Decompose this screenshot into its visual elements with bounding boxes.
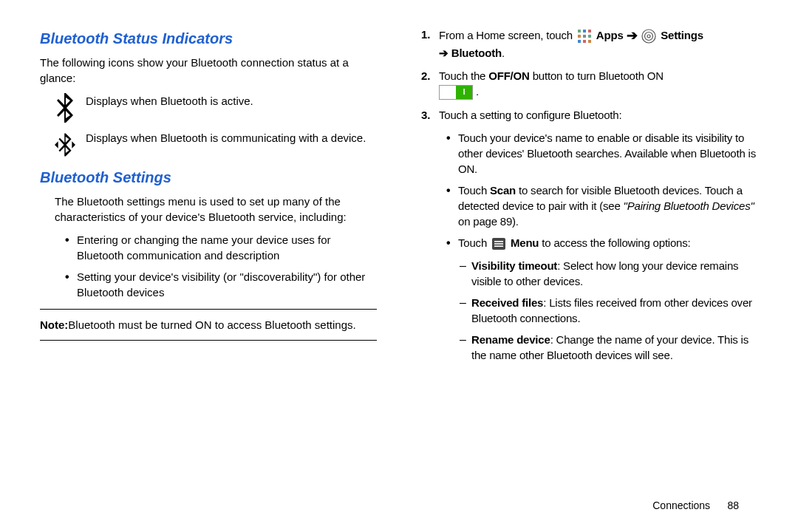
svg-point-13: [647, 35, 650, 38]
left-column: Bluetooth Status Indicators The followin…: [30, 22, 399, 517]
settings-gear-icon: [641, 29, 656, 44]
step-1-text: From a Home screen, touch Apps ➔ Setting…: [439, 27, 758, 61]
svg-rect-17: [494, 246, 503, 248]
heading-bt-status: Bluetooth Status Indicators: [40, 28, 377, 49]
bullet-2: • Setting your device's visibility (or "…: [65, 269, 377, 300]
page-footer: Connections 88: [652, 499, 739, 511]
step-1: 1. From a Home screen, touch Apps ➔ Sett…: [421, 27, 758, 61]
svg-rect-10: [588, 40, 591, 43]
sub-c: • Touch Menu to access the following opt…: [446, 235, 758, 251]
step-3-text: Touch a setting to configure Bluetooth:: [439, 107, 758, 123]
step-3-sublist: • Touch your device's name to enable or …: [446, 130, 758, 362]
step-3: 3. Touch a setting to configure Bluetoot…: [421, 107, 758, 123]
right-column: 1. From a Home screen, touch Apps ➔ Sett…: [399, 22, 768, 517]
menu-options: – Visibility timeout: Select how long yo…: [460, 258, 758, 363]
sub-b: • Touch Scan to search for visible Bluet…: [446, 183, 758, 229]
toggle-on-icon: I: [439, 85, 473, 100]
note-text: Bluetooth must be turned ON to access Bl…: [68, 317, 355, 332]
menu-bars-icon: [491, 236, 506, 251]
menu-opt-rename: – Rename device: Change the name of your…: [460, 332, 758, 363]
svg-rect-7: [588, 35, 591, 38]
menu-opt-visibility: – Visibility timeout: Select how long yo…: [460, 258, 758, 289]
manual-page: Bluetooth Status Indicators The followin…: [0, 0, 798, 532]
svg-rect-9: [583, 40, 586, 43]
svg-marker-0: [55, 141, 58, 148]
svg-rect-16: [494, 243, 503, 245]
apps-grid-icon: [577, 29, 592, 44]
intro-status: The following icons show your Bluetooth …: [40, 55, 377, 86]
bullet-2-text: Setting your device's visibility (or "di…: [77, 269, 377, 300]
bluetooth-communicating-icon: [55, 130, 75, 160]
svg-rect-4: [588, 30, 591, 33]
step-2: 2. Touch the OFF/ON button to turn Bluet…: [421, 68, 758, 100]
svg-rect-5: [578, 35, 581, 38]
svg-rect-3: [583, 30, 586, 33]
status-row-communicating: Displays when Bluetooth is communicating…: [55, 130, 377, 160]
step-2-text: Touch the OFF/ON button to turn Bluetoot…: [439, 68, 758, 100]
menu-opt-received: – Received files: Lists files received f…: [460, 295, 758, 326]
bluetooth-icon: [55, 93, 75, 123]
status-row-active: Displays when Bluetooth is active.: [55, 93, 377, 123]
heading-bt-settings: Bluetooth Settings: [40, 167, 377, 188]
note-box: Note: Bluetooth must be turned ON to acc…: [40, 309, 377, 341]
sub-c-text: Touch Menu to access the following optio…: [458, 235, 758, 251]
svg-rect-2: [578, 30, 581, 33]
sub-b-text: Touch Scan to search for visible Bluetoo…: [458, 183, 758, 229]
bullet-1: • Entering or changing the name your dev…: [65, 232, 377, 263]
sub-a: • Touch your device's name to enable or …: [446, 130, 758, 177]
status-active-text: Displays when Bluetooth is active.: [86, 93, 253, 109]
svg-rect-6: [583, 35, 586, 38]
svg-marker-1: [72, 141, 75, 148]
svg-point-11: [642, 30, 655, 43]
footer-page-number: 88: [727, 499, 739, 511]
bullet-1-text: Entering or changing the name your devic…: [77, 232, 377, 263]
settings-bullets: • Entering or changing the name your dev…: [55, 232, 377, 300]
svg-rect-15: [494, 241, 503, 242]
footer-section: Connections: [652, 499, 710, 511]
note-label: Note:: [40, 317, 68, 332]
status-comm-text: Displays when Bluetooth is communicating…: [86, 130, 366, 146]
sub-a-text: Touch your device's name to enable or di…: [458, 130, 758, 177]
svg-rect-8: [578, 40, 581, 43]
intro-settings: The Bluetooth settings menu is used to s…: [55, 194, 377, 225]
svg-point-12: [645, 32, 653, 40]
